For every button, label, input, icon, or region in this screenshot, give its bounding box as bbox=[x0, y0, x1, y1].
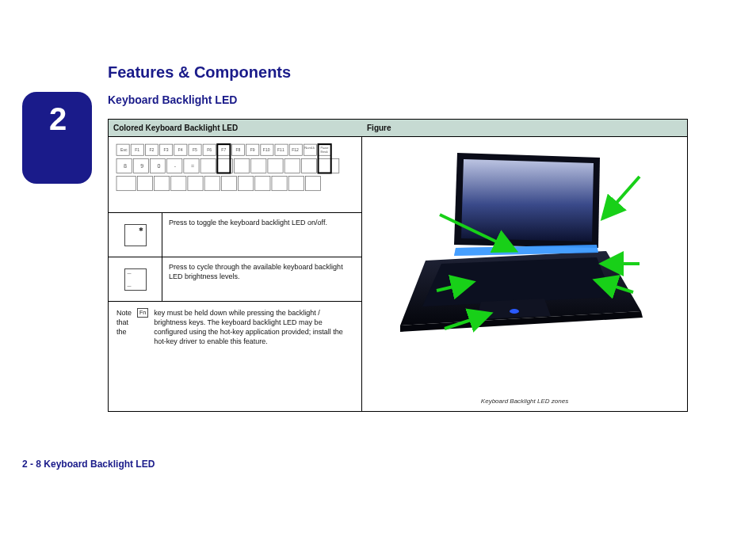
keyboard-diagram: EscF1F2F3F4F5F6F7F8F9F10F11F12 NumLk Pau… bbox=[109, 137, 361, 212]
svg-rect-35 bbox=[239, 177, 254, 191]
svg-text:NumLk: NumLk bbox=[304, 146, 315, 150]
svg-rect-24 bbox=[268, 158, 283, 173]
section-heading: Keyboard Backlight LED bbox=[108, 93, 237, 106]
svg-rect-27 bbox=[319, 158, 339, 173]
svg-marker-64 bbox=[461, 159, 594, 242]
laptop-figure bbox=[394, 145, 663, 367]
svg-text:8: 8 bbox=[124, 163, 127, 169]
svg-text:0: 0 bbox=[158, 163, 161, 169]
key-label-top: — bbox=[128, 271, 132, 276]
note-suffix: key must be held down while pressing the… bbox=[154, 308, 353, 347]
svg-rect-30 bbox=[154, 177, 169, 191]
table-row: ✱ Press to toggle the keyboard backlight… bbox=[109, 213, 361, 257]
svg-text:Esc: Esc bbox=[120, 147, 128, 152]
key-label-bot: — bbox=[128, 284, 132, 288]
svg-rect-34 bbox=[221, 177, 236, 191]
svg-rect-39 bbox=[305, 177, 320, 191]
svg-rect-32 bbox=[188, 177, 203, 191]
backlight-toggle-key-icon: ✱ bbox=[109, 213, 162, 257]
svg-rect-23 bbox=[251, 158, 266, 173]
svg-rect-36 bbox=[255, 177, 270, 191]
backlight-brightness-desc: Press to cycle through the available key… bbox=[162, 257, 361, 301]
table-header-row: Colored Keyboard Backlight LED Figure bbox=[109, 120, 687, 137]
svg-point-70 bbox=[510, 309, 519, 314]
svg-text:F10: F10 bbox=[263, 147, 270, 152]
svg-text:F6: F6 bbox=[207, 147, 212, 152]
svg-text:=: = bbox=[191, 163, 194, 169]
svg-rect-22 bbox=[234, 158, 249, 173]
svg-text:F3: F3 bbox=[164, 147, 169, 152]
svg-marker-69 bbox=[476, 299, 551, 319]
svg-text:F11: F11 bbox=[277, 147, 284, 152]
svg-text:F1: F1 bbox=[135, 147, 139, 152]
svg-rect-29 bbox=[137, 177, 152, 191]
content-box: Colored Keyboard Backlight LED Figure bbox=[108, 119, 688, 412]
svg-line-72 bbox=[605, 177, 640, 216]
svg-rect-20 bbox=[200, 158, 216, 173]
table-row: Note that the Fn key must be held down w… bbox=[109, 302, 361, 413]
svg-text:F2: F2 bbox=[149, 147, 154, 152]
svg-text:Pause: Pause bbox=[321, 147, 329, 150]
table-row: EscF1F2F3F4F5F6F7F8F9F10F11F12 NumLk Pau… bbox=[109, 137, 361, 213]
svg-rect-37 bbox=[272, 177, 287, 191]
svg-text:F9: F9 bbox=[250, 147, 255, 152]
fn-key-icon: Fn bbox=[137, 308, 148, 318]
backlight-brightness-key-icon: — — bbox=[109, 257, 162, 301]
svg-text:F5: F5 bbox=[193, 147, 197, 152]
page-footer: 2 - 8 Keyboard Backlight LED bbox=[22, 459, 155, 470]
chapter-heading: Features & Components bbox=[108, 63, 291, 82]
svg-rect-28 bbox=[116, 177, 136, 191]
table-left-column: EscF1F2F3F4F5F6F7F8F9F10F11F12 NumLk Pau… bbox=[109, 137, 362, 411]
figure-panel: Keyboard Backlight LED zones bbox=[362, 137, 687, 411]
svg-rect-31 bbox=[171, 177, 186, 191]
page-index-tab: 2 bbox=[22, 92, 92, 184]
svg-text:F7: F7 bbox=[221, 147, 226, 152]
table-row: — — Press to cycle through the available… bbox=[109, 257, 361, 302]
svg-rect-38 bbox=[288, 177, 304, 191]
svg-rect-26 bbox=[301, 158, 316, 173]
svg-text:9: 9 bbox=[140, 163, 143, 169]
backlight-toggle-desc: Press to toggle the keyboard backlight L… bbox=[162, 213, 361, 257]
note-prefix: Note that the bbox=[116, 308, 132, 337]
svg-text:F12: F12 bbox=[292, 147, 299, 152]
svg-text:F4: F4 bbox=[178, 147, 183, 152]
figure-caption: Keyboard Backlight LED zones bbox=[481, 398, 568, 405]
page-index-number: 2 bbox=[49, 101, 65, 137]
svg-text:F8: F8 bbox=[236, 147, 241, 152]
svg-text:Break: Break bbox=[321, 150, 328, 154]
table-header-right: Figure bbox=[362, 124, 687, 132]
table-header-left: Colored Keyboard Backlight LED bbox=[109, 124, 362, 132]
svg-rect-25 bbox=[284, 158, 300, 173]
svg-rect-33 bbox=[204, 177, 220, 191]
